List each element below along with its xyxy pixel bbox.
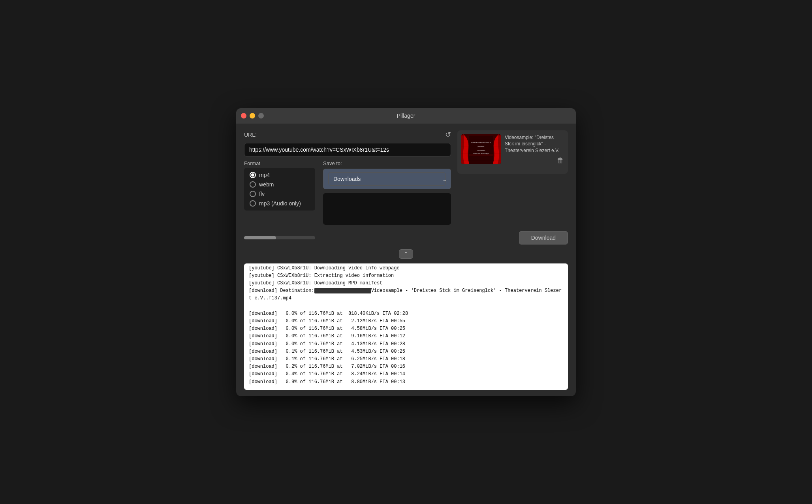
chevron-up-icon: ⌃ — [404, 251, 408, 257]
radio-flv-circle[interactable] — [250, 191, 256, 197]
actions-row: Download — [244, 231, 568, 244]
svg-rect-2 — [469, 136, 493, 154]
save-dropdown-display: Downloads — [323, 169, 451, 189]
svg-text:Videosample: Videosample — [477, 149, 485, 151]
left-panel: URL: ↺ Format mp4 — [244, 130, 451, 225]
refresh-icon[interactable]: ↺ — [445, 130, 451, 139]
svg-rect-1 — [469, 156, 493, 164]
svg-rect-0 — [461, 134, 501, 164]
collapse-row: ⌃ — [244, 249, 568, 259]
save-section: Save to: Downloads — [323, 160, 451, 225]
app-window: Pillager URL: ↺ Format — [236, 108, 576, 396]
save-to-select[interactable]: Downloads — [328, 172, 446, 186]
url-input[interactable] — [244, 143, 451, 156]
svg-text:präsentiert: präsentiert — [478, 145, 485, 147]
format-mp4-label: mp4 — [259, 172, 270, 178]
save-area-box — [323, 193, 451, 225]
url-row: URL: ↺ — [244, 130, 451, 139]
video-thumbnail: Theaterverein Slezert e.V. präsentiert V… — [461, 134, 501, 164]
traffic-lights — [241, 113, 264, 118]
thumbnail-image: Theaterverein Slezert e.V. präsentiert V… — [461, 134, 501, 164]
titlebar: Pillager — [236, 108, 576, 124]
options-row: Format mp4 webm — [244, 160, 451, 225]
minimize-button[interactable] — [250, 113, 255, 118]
radio-mp3-circle[interactable] — [250, 200, 256, 207]
save-label: Save to: — [323, 160, 451, 166]
format-flv-label: flv — [259, 191, 265, 197]
video-title: Videosample: "Dreistes Stck im eisenglck… — [505, 134, 564, 154]
window-title: Pillager — [397, 113, 415, 119]
svg-text:"Dreistes Stck im Greisenglck": "Dreistes Stck im Greisenglck" — [472, 153, 490, 154]
trash-icon[interactable]: 🗑 — [557, 156, 564, 165]
format-flv[interactable]: flv — [250, 191, 310, 197]
format-label: Format — [244, 160, 315, 166]
format-mp3[interactable]: mp3 (Audio only) — [250, 200, 310, 207]
collapse-button[interactable]: ⌃ — [399, 249, 413, 259]
svg-text:Theaterverein Slezert e.V.: Theaterverein Slezert e.V. — [471, 141, 491, 143]
format-webm[interactable]: webm — [250, 181, 310, 188]
video-meta: Videosample: "Dreistes Stck im eisenglck… — [505, 134, 564, 165]
radio-webm-circle[interactable] — [250, 181, 256, 188]
format-webm-label: webm — [259, 181, 274, 188]
format-mp3-label: mp3 (Audio only) — [259, 200, 301, 207]
download-button[interactable]: Download — [519, 231, 568, 244]
progress-bar-track — [244, 236, 315, 239]
top-section: URL: ↺ Format mp4 — [244, 130, 568, 225]
progress-bar-fill — [244, 236, 276, 239]
url-label: URL: — [244, 132, 257, 138]
log-area[interactable]: [youtube] CSxWIXb8r1U: Downloading webpa… — [244, 263, 568, 390]
close-button[interactable] — [241, 113, 246, 118]
format-box: mp4 webm flv — [244, 168, 315, 211]
main-content: URL: ↺ Format mp4 — [236, 124, 576, 396]
save-dropdown-wrapper: Downloads — [323, 169, 451, 189]
video-info-panel: Theaterverein Slezert e.V. präsentiert V… — [457, 130, 568, 174]
zoom-button[interactable] — [258, 113, 264, 118]
format-section: Format mp4 webm — [244, 160, 315, 211]
radio-mp4-circle[interactable] — [250, 172, 256, 178]
format-mp4[interactable]: mp4 — [250, 172, 310, 178]
